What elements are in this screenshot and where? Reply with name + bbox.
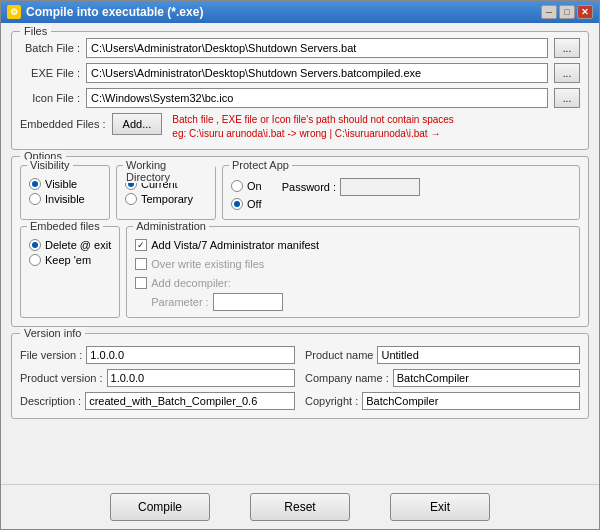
temporary-label: Temporary	[141, 193, 193, 205]
title-bar: ⚙ Compile into executable (*.exe) ─ □ ✕	[1, 1, 599, 23]
description-input[interactable]	[85, 392, 295, 410]
visible-radio[interactable]	[29, 178, 41, 190]
decompiler-checkbox[interactable]	[135, 277, 147, 289]
product-version-input[interactable]	[107, 369, 295, 387]
icon-file-row: Icon File : ...	[20, 88, 580, 108]
file-version-row: File version :	[20, 346, 295, 364]
delete-exit-label: Delete @ exit	[45, 239, 111, 251]
invisible-option[interactable]: Invisible	[29, 193, 101, 205]
icon-file-label: Icon File :	[20, 92, 80, 104]
vista-option[interactable]: ✓ Add Vista/7 Administrator manifest	[135, 239, 571, 251]
protect-on-label: On	[247, 180, 262, 192]
warning-text: Batch file , EXE file or Icon file's pat…	[172, 113, 580, 141]
copyright-input[interactable]	[362, 392, 580, 410]
description-row: Description :	[20, 392, 295, 410]
invisible-radio[interactable]	[29, 193, 41, 205]
reset-button[interactable]: Reset	[250, 493, 350, 521]
company-name-row: Company name :	[305, 369, 580, 387]
main-window: ⚙ Compile into executable (*.exe) ─ □ ✕ …	[0, 0, 600, 530]
minimize-button[interactable]: ─	[541, 5, 557, 19]
embedded-files-group: Embeded files Delete @ exit Keep 'em	[20, 226, 120, 318]
close-button[interactable]: ✕	[577, 5, 593, 19]
options-row-2: Embeded files Delete @ exit Keep 'em	[20, 226, 580, 318]
protect-off-radio[interactable]	[231, 198, 243, 210]
protect-app-title: Protect App	[229, 159, 292, 171]
copyright-row: Copyright :	[305, 392, 580, 410]
protect-on-radio[interactable]	[231, 180, 243, 192]
password-label: Password :	[282, 181, 336, 193]
window-title: Compile into executable (*.exe)	[26, 5, 203, 19]
overwrite-label: Over write existing files	[151, 258, 264, 270]
keep-em-radio[interactable]	[29, 254, 41, 266]
batch-file-row: Batch File : ...	[20, 38, 580, 58]
working-dir-title: Working Directory	[123, 159, 215, 183]
maximize-button[interactable]: □	[559, 5, 575, 19]
visibility-title: Visibility	[27, 159, 73, 171]
administration-group: Administration ✓ Add Vista/7 Administrat…	[126, 226, 580, 318]
protect-off-option[interactable]: Off	[231, 198, 571, 210]
exit-button[interactable]: Exit	[390, 493, 490, 521]
temporary-option[interactable]: Temporary	[125, 193, 207, 205]
keep-em-option[interactable]: Keep 'em	[29, 254, 111, 266]
password-input[interactable]	[340, 178, 420, 196]
embedded-files-row: Embedded Files : Add... Batch file , EXE…	[20, 113, 580, 141]
protect-app-group: Protect App On Password :	[222, 165, 580, 220]
delete-exit-option[interactable]: Delete @ exit	[29, 239, 111, 251]
product-name-input[interactable]	[377, 346, 580, 364]
embedded-files-title: Embeded files	[27, 220, 103, 232]
exe-file-row: EXE File : ...	[20, 63, 580, 83]
compile-button[interactable]: Compile	[110, 493, 210, 521]
version-info-title: Version info	[20, 327, 85, 339]
visibility-group: Visibility Visible Invisible	[20, 165, 110, 220]
exe-browse-button[interactable]: ...	[554, 63, 580, 83]
icon-file-input[interactable]	[86, 88, 548, 108]
options-row: Visibility Visible Invisible W	[20, 165, 580, 220]
company-name-label: Company name :	[305, 372, 389, 384]
invisible-label: Invisible	[45, 193, 85, 205]
parameter-input[interactable]	[213, 293, 283, 311]
copyright-label: Copyright :	[305, 395, 358, 407]
files-group-title: Files	[20, 25, 51, 37]
batch-browse-button[interactable]: ...	[554, 38, 580, 58]
overwrite-checkbox[interactable]	[135, 258, 147, 270]
visible-option[interactable]: Visible	[29, 178, 101, 190]
window-icon: ⚙	[7, 5, 21, 19]
files-group: Files Batch File : ... EXE File : ... Ic…	[11, 31, 589, 150]
description-label: Description :	[20, 395, 81, 407]
vista-label: Add Vista/7 Administrator manifest	[151, 239, 319, 251]
product-name-row: Product name	[305, 346, 580, 364]
batch-file-label: Batch File :	[20, 42, 80, 54]
overwrite-option[interactable]: Over write existing files	[135, 258, 571, 270]
exe-file-label: EXE File :	[20, 67, 80, 79]
delete-exit-radio[interactable]	[29, 239, 41, 251]
product-name-label: Product name	[305, 349, 373, 361]
decompiler-label: Add decompiler:	[151, 277, 231, 289]
window-controls: ─ □ ✕	[541, 5, 593, 19]
file-version-input[interactable]	[86, 346, 295, 364]
embedded-left: Embedded Files : Add...	[20, 113, 162, 135]
icon-browse-button[interactable]: ...	[554, 88, 580, 108]
protect-off-label: Off	[247, 198, 261, 210]
product-version-label: Product version :	[20, 372, 103, 384]
exe-file-input[interactable]	[86, 63, 548, 83]
parameter-label: Parameter :	[151, 296, 208, 308]
temporary-radio[interactable]	[125, 193, 137, 205]
file-version-label: File version :	[20, 349, 82, 361]
product-version-row: Product version :	[20, 369, 295, 387]
embedded-label: Embedded Files :	[20, 118, 106, 130]
vista-checkbox[interactable]: ✓	[135, 239, 147, 251]
keep-em-label: Keep 'em	[45, 254, 91, 266]
add-button[interactable]: Add...	[112, 113, 163, 135]
administration-title: Administration	[133, 220, 209, 232]
bottom-bar: Compile Reset Exit	[1, 484, 599, 529]
visible-label: Visible	[45, 178, 77, 190]
version-info-group: Version info File version : Product name…	[11, 333, 589, 419]
working-dir-group: Working Directory Current Temporary	[116, 165, 216, 220]
main-content: Files Batch File : ... EXE File : ... Ic…	[1, 23, 599, 484]
options-group: Options Visibility Visible Invisible	[11, 156, 589, 327]
company-name-input[interactable]	[393, 369, 580, 387]
batch-file-input[interactable]	[86, 38, 548, 58]
protect-on-option[interactable]: On	[231, 180, 262, 192]
